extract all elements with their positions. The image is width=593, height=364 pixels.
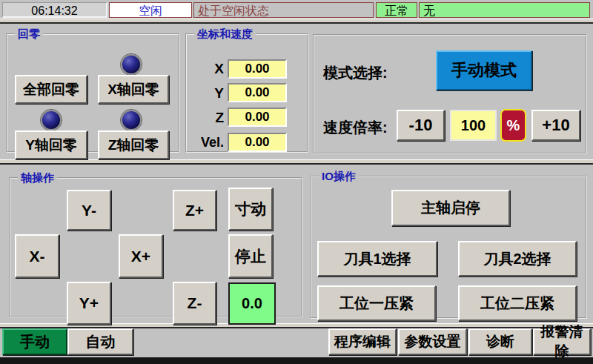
- axis-y-plus-button[interactable]: Y+: [67, 282, 111, 325]
- axis-x-minus-button[interactable]: X-: [15, 234, 59, 278]
- station2-clamp-button[interactable]: 工位二压紧: [458, 285, 577, 321]
- station1-clamp-button[interactable]: 工位一压紧: [317, 285, 436, 321]
- io-panel-title: IO操作: [319, 171, 359, 182]
- nav-auto-button[interactable]: 自动: [67, 328, 133, 355]
- home-z-button[interactable]: Z轴回零: [98, 130, 169, 159]
- clock: 06:14:32: [2, 2, 107, 18]
- led-z-home-icon: [121, 110, 142, 130]
- axis-panel: 轴操作 Y- Z+ 寸动 X- X+ 停止 Y+ Z- 0.0: [9, 172, 302, 317]
- axis-z-minus-button[interactable]: Z-: [173, 282, 216, 325]
- mode-select-label: 模式选择:: [323, 63, 388, 83]
- coords-panel: 坐标和速度 X 0.00 Y 0.00 Z 0.00 Vel. 0.00: [185, 28, 308, 153]
- axis-x-plus-button[interactable]: X+: [119, 234, 163, 278]
- coord-value-x: 0.00: [228, 59, 287, 79]
- tool2-select-button[interactable]: 刀具2选择: [458, 241, 577, 277]
- nav-param-settings-button[interactable]: 参数设置: [398, 328, 467, 355]
- spindle-start-stop-button[interactable]: 主轴启停: [391, 190, 510, 226]
- divider-middle: [0, 159, 593, 165]
- jog-mode-button[interactable]: 寸动: [228, 188, 273, 231]
- homing-panel: 回零 全部回零 X轴回零 Y轴回零 Z轴回零: [6, 28, 179, 153]
- hmi-screen: 06:14:32 空闲 处于空闲状态 正常 无 回零 全部回零 X轴回零 Y轴回…: [0, 0, 593, 364]
- led-y-home-icon: [41, 110, 62, 130]
- machine-mode-indicator: 空闲: [109, 2, 192, 18]
- coord-label-x: X: [188, 61, 224, 77]
- axis-z-plus-button[interactable]: Z+: [173, 190, 216, 231]
- home-y-button[interactable]: Y轴回零: [15, 130, 87, 159]
- home-all-button[interactable]: 全部回零: [15, 75, 87, 104]
- axis-panel-title: 轴操作: [18, 172, 57, 183]
- speed-rate-label: 速度倍率:: [323, 118, 388, 138]
- nav-manual-button[interactable]: 手动: [2, 328, 67, 355]
- speed-increase-button[interactable]: +10: [531, 110, 580, 141]
- io-panel: IO操作 主轴启停 刀具1选择 刀具2选择 工位一压紧 工位二压紧: [310, 171, 587, 319]
- homing-panel-title: 回零: [15, 28, 43, 39]
- coords-panel-title: 坐标和速度: [194, 28, 256, 39]
- tool1-select-button[interactable]: 刀具1选择: [317, 241, 437, 277]
- bottom-strip: [0, 357, 593, 364]
- nav-diagnosis-button[interactable]: 诊断: [468, 328, 532, 355]
- percent-sign: %: [500, 109, 526, 142]
- coord-label-y: Y: [188, 85, 224, 102]
- jog-step-value[interactable]: 0.0: [228, 282, 276, 325]
- mode-panel: 模式选择: 手动模式 速度倍率: -10 100 % +10: [313, 34, 587, 154]
- coord-value-z: 0.00: [228, 107, 287, 127]
- divider-top: [0, 19, 593, 24]
- speed-decrease-button[interactable]: -10: [397, 110, 445, 141]
- coord-value-y: 0.00: [228, 83, 287, 102]
- coord-label-z: Z: [188, 110, 224, 126]
- coord-value-vel: 0.00: [228, 133, 287, 152]
- manual-mode-button[interactable]: 手动模式: [436, 50, 532, 90]
- nav-program-edit-button[interactable]: 程序编辑: [328, 328, 397, 355]
- coord-label-vel: Vel.: [188, 135, 224, 150]
- axis-y-minus-button[interactable]: Y-: [67, 190, 111, 231]
- alarm-state-badge: 正常: [376, 2, 417, 18]
- led-x-home-icon: [121, 54, 142, 75]
- speed-value-display: 100: [450, 110, 497, 141]
- nav-alarm-clear-button[interactable]: 报警清除: [533, 328, 591, 355]
- home-x-button[interactable]: X轴回零: [98, 75, 169, 104]
- stop-button[interactable]: 停止: [228, 234, 273, 278]
- status-message: 处于空闲状态: [193, 2, 374, 18]
- alarm-message: 无: [419, 2, 590, 18]
